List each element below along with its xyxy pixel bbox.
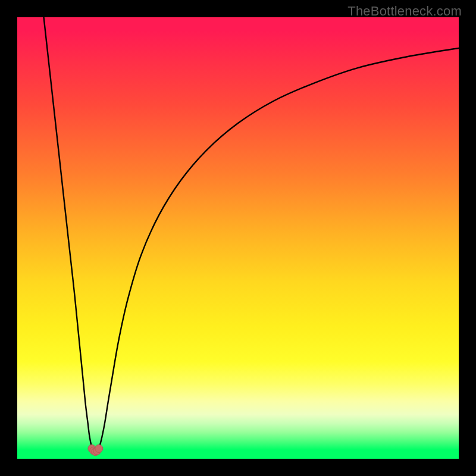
chart-container: TheBottleneck.com xyxy=(0,0,476,476)
plot-area xyxy=(17,17,459,459)
curve-left-branch xyxy=(44,17,93,451)
watermark-text: TheBottleneck.com xyxy=(347,4,462,19)
marker-cluster xyxy=(88,444,103,455)
curve-layer xyxy=(17,17,459,459)
marker-dot xyxy=(95,444,103,452)
curve-right-branch xyxy=(98,48,459,451)
